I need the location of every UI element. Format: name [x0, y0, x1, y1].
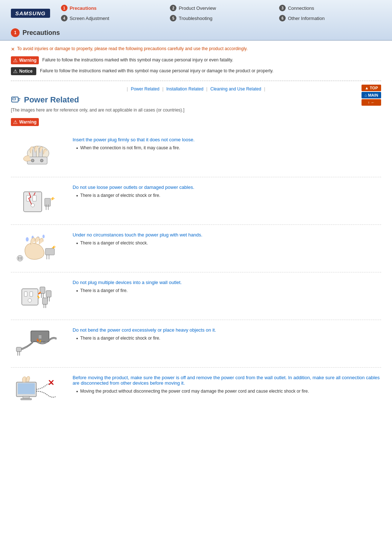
- nav-number-3: 4: [61, 15, 68, 21]
- svg-point-24: [17, 255, 23, 261]
- tab-sep-3: |: [264, 86, 265, 92]
- item-text-5: Do not bend the power cord excessively o…: [73, 325, 381, 342]
- item-image-6: [11, 373, 65, 409]
- content-item-2: Do not use loose power outlets or damage…: [11, 177, 381, 225]
- content-items-list: Insert the power plug firmly so that it …: [11, 130, 381, 415]
- nav-label-2: Connections: [288, 5, 314, 11]
- svg-rect-34: [46, 291, 51, 297]
- item-title-2: Do not use loose power outlets or damage…: [73, 185, 381, 190]
- notice-badge: ⚠ Notice: [11, 67, 36, 75]
- svg-point-9: [40, 159, 43, 162]
- nav-label-4: Troubleshooting: [179, 16, 212, 21]
- item-title-3: Under no circumstances touch the power p…: [73, 232, 381, 238]
- svg-rect-42: [16, 347, 21, 352]
- item-text-2: Do not use loose power outlets or damage…: [73, 183, 381, 199]
- svg-rect-1: [13, 98, 16, 100]
- section-divider-1: [11, 81, 381, 81]
- item-bullet-5: There is a danger of electric shock or f…: [76, 336, 381, 342]
- header: SAMSUNG 1Precautions2Product Overview3Co…: [0, 0, 392, 41]
- svg-rect-27: [22, 289, 38, 305]
- warning-text-1: Failure to follow the instructions marke…: [42, 56, 233, 62]
- item-title-1: Insert the power plug firmly so that it …: [73, 137, 381, 142]
- header-top: SAMSUNG 1Precautions2Product Overview3Co…: [11, 4, 381, 23]
- samsung-logo: SAMSUNG: [11, 9, 50, 18]
- nav-number-1: 2: [170, 5, 176, 11]
- svg-rect-46: [18, 383, 35, 394]
- item-text-4: Do not plug multiple devices into a sing…: [73, 278, 381, 294]
- page-label: 1 Precautions: [11, 25, 381, 40]
- warning-block-1: ⚠ Warning Failure to follow the instruct…: [11, 56, 381, 64]
- item-title-4: Do not plug multiple devices into a sing…: [73, 280, 381, 285]
- item-bullet-6: Moving the product without disconnecting…: [76, 389, 381, 395]
- warning-label: Warning: [19, 58, 37, 63]
- item-text-3: Under no circumstances touch the power p…: [73, 230, 381, 247]
- reference-note: [The images here are for reference only,…: [11, 108, 381, 113]
- power-icon: [11, 96, 21, 104]
- item-text-1: Insert the power plug firmly so that it …: [73, 135, 381, 151]
- tab-installation-related[interactable]: Installation Related: [163, 86, 206, 92]
- tab-cleaning-related[interactable]: Cleaning and Use Related: [207, 86, 264, 92]
- nav-label-0: Precautions: [70, 5, 97, 11]
- content-item-1: Insert the power plug firmly so that it …: [11, 130, 381, 177]
- top-button-area: ▲ TOP ⌂ MAIN ↑ ←: [362, 85, 381, 106]
- page-title-header: Precautions: [23, 29, 60, 37]
- notice-label: Notice: [19, 69, 33, 74]
- content-item-4: Do not plug multiple devices into a sing…: [11, 272, 381, 320]
- warning-heading: ⚠ Warning: [11, 118, 381, 126]
- prev-button[interactable]: ↑ ←: [362, 99, 381, 106]
- section-title-text: Power Related: [24, 95, 79, 105]
- main-content: ✕ To avoid injuries or damage to propert…: [0, 41, 392, 420]
- nav-number-2: 3: [279, 5, 286, 11]
- item-bullet-4: There is a danger of fire.: [76, 288, 381, 294]
- svg-text:☰: ☰: [38, 335, 42, 339]
- nav-item-precautions[interactable]: 1Precautions: [61, 4, 163, 12]
- warning-badge: ⚠ Warning: [11, 56, 39, 64]
- svg-point-20: [42, 235, 45, 238]
- notice-bar: ✕ To avoid injuries or damage to propert…: [11, 46, 381, 52]
- section-warning-icon: ⚠: [13, 119, 18, 125]
- section-warning-badge: ⚠ Warning: [11, 118, 39, 126]
- notice-text: To avoid injuries or damage to property,…: [17, 46, 248, 51]
- nav-label-3: Screen Adjustment: [70, 16, 109, 21]
- nav-label-5: Other Information: [288, 16, 324, 21]
- svg-rect-28: [24, 292, 27, 296]
- svg-rect-21: [45, 248, 54, 255]
- nav-item-other-information[interactable]: 6Other Information: [279, 14, 381, 23]
- content-item-5: ☰ Do not bend the power cord excessively…: [11, 320, 381, 368]
- nav-item-troubleshooting[interactable]: 5Troubleshooting: [170, 14, 272, 23]
- item-title-6: Before moving the product, make sure the…: [73, 375, 381, 386]
- section-title: Power Related: [11, 95, 381, 105]
- nav-item-connections[interactable]: 3Connections: [279, 4, 381, 12]
- item-title-5: Do not bend the power cord excessively o…: [73, 327, 381, 333]
- svg-point-17: [26, 237, 29, 242]
- nav-menu: 1Precautions2Product Overview3Connection…: [61, 4, 381, 23]
- svg-rect-48: [21, 398, 32, 400]
- nav-label-1: Product Overview: [179, 5, 216, 11]
- item-bullet-2: There is a danger of electric shock or f…: [76, 193, 381, 199]
- nav-number-5: 6: [279, 15, 286, 21]
- item-text-6: Before moving the product, make sure the…: [73, 373, 381, 395]
- item-image-2: [11, 183, 65, 219]
- svg-rect-29: [30, 292, 33, 296]
- svg-point-8: [31, 159, 34, 162]
- item-image-3: [11, 230, 65, 267]
- nav-item-product-overview[interactable]: 2Product Overview: [170, 4, 272, 12]
- nav-item-screen-adjustment[interactable]: 4Screen Adjustment: [61, 14, 163, 23]
- item-image-5: ☰: [11, 325, 65, 362]
- nav-number-4: 5: [170, 15, 176, 21]
- tab-power-related[interactable]: Power Related: [128, 86, 162, 92]
- svg-rect-37: [42, 298, 48, 304]
- notice-icon: ✕: [11, 46, 15, 52]
- section-warning-label: Warning: [19, 119, 37, 125]
- content-item-3: Under no circumstances touch the power p…: [11, 225, 381, 272]
- tab-nav: | Power Related | Installation Related |…: [11, 86, 381, 92]
- notice-block: ⚠ Notice Failure to follow the instructi…: [11, 67, 381, 75]
- warning-triangle-icon: ⚠: [13, 57, 18, 63]
- main-button[interactable]: ⌂ MAIN: [362, 92, 381, 98]
- nav-number-0: 1: [61, 5, 68, 11]
- svg-rect-12: [33, 195, 36, 201]
- svg-rect-14: [45, 198, 50, 206]
- page-number: 1: [11, 28, 20, 37]
- top-button[interactable]: ▲ TOP: [362, 85, 381, 91]
- notice-text-2: Failure to follow the instructions marke…: [40, 67, 273, 73]
